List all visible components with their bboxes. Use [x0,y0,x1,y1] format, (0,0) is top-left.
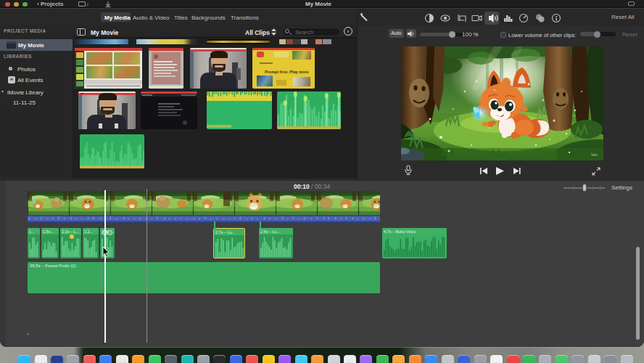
svg-text:Veo: Veo [591,152,598,157]
